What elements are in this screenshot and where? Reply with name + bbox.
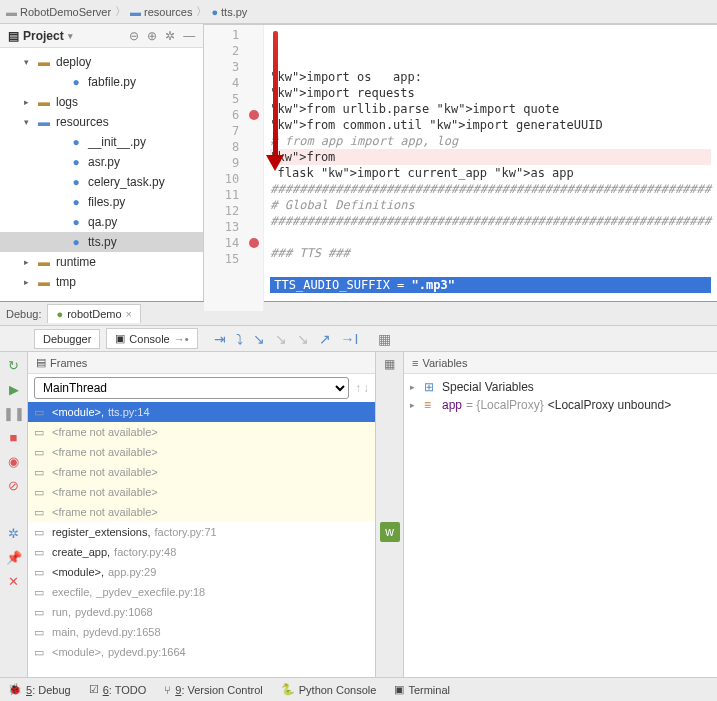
collapse-all-icon[interactable]: ⊖ [129,29,139,43]
code-line[interactable]: "kw">from common.util "kw">import genera… [270,117,711,133]
stop-icon[interactable]: ■ [5,428,23,446]
code-line[interactable]: ########################################… [270,181,711,197]
line-number[interactable]: 10 [204,171,263,187]
stack-frame[interactable]: ▭main, pydevd.py:1658 [28,622,375,642]
stack-frame[interactable]: ▭<frame not available> [28,442,375,462]
code-area[interactable]: 123456789101112131415 "kw">import os app… [204,25,717,311]
code-line[interactable]: TTS_AUDIO_SUFFIX = ".mp3" [270,277,711,293]
code-line[interactable] [270,229,711,245]
next-frame-icon[interactable]: ↓ [363,381,369,395]
code-line[interactable]: "kw">from urllib.parse "kw">import quote [270,101,711,117]
code-line[interactable]: ########################################… [270,213,711,229]
line-number[interactable]: 7 [204,123,263,139]
close2-icon[interactable]: ✕ [5,572,23,590]
show-execution-icon[interactable]: ⇥ [214,331,226,347]
restore-layout-icon[interactable]: ▦ [380,354,400,374]
code-line[interactable]: "kw">import os app: [270,69,711,85]
tree-item[interactable]: ▸▬tmp [0,272,203,292]
line-number[interactable]: 13 [204,219,263,235]
stack-frame[interactable]: ▭run, pydevd.py:1068 [28,602,375,622]
line-number[interactable]: 4 [204,75,263,91]
step-into-my-icon[interactable]: ↘ [275,331,287,347]
stack-frame[interactable]: ▭create_app, factory.py:48 [28,542,375,562]
line-number[interactable]: 12 [204,203,263,219]
code-line[interactable]: # Global Definitions [270,197,711,213]
tab-debugger[interactable]: Debugger [34,329,100,349]
mute-bp-icon[interactable]: ⊘ [5,476,23,494]
stack-frame[interactable]: ▭execfile, _pydev_execfile.py:18 [28,582,375,602]
code-line[interactable]: "kw">import requests [270,85,711,101]
tree-item[interactable]: ●__init__.py [0,132,203,152]
bottom-bar-item[interactable]: ☑6: TODO [89,683,147,696]
close-icon[interactable]: × [126,308,132,320]
code-line[interactable] [270,293,711,309]
tree-item[interactable]: ●celery_task.py [0,172,203,192]
tree-item[interactable]: ▸▬logs [0,92,203,112]
bottom-bar-item[interactable]: 🐍Python Console [281,683,377,696]
breakpoint-icon[interactable] [249,110,259,120]
stack-frame[interactable]: ▭<frame not available> [28,502,375,522]
pin-icon[interactable]: 📌 [5,548,23,566]
breadcrumb-item[interactable]: ▬RobotDemoServer [6,6,111,18]
code-line[interactable] [270,261,711,277]
breadcrumb-item[interactable]: ●tts.py [211,6,247,18]
breakpoint-icon[interactable] [249,238,259,248]
evaluate-icon[interactable]: ▦ [378,331,391,347]
step-out-icon[interactable]: ↗ [319,331,331,347]
watches-icon[interactable]: w [380,522,400,542]
bottom-bar-item[interactable]: ⑂9: Version Control [164,684,262,696]
stack-frame[interactable]: ▭<frame not available> [28,462,375,482]
line-number[interactable]: 15 [204,251,263,267]
stack-frame[interactable]: ▭<frame not available> [28,422,375,442]
code-line[interactable]: # from app import app, log [270,133,711,149]
stack-frame[interactable]: ▭<frame not available> [28,482,375,502]
breakpoints-icon[interactable]: ◉ [5,452,23,470]
variable-row[interactable]: ▸≡app = {LocalProxy} <LocalProxy unbound… [410,396,711,414]
line-number[interactable]: 11 [204,187,263,203]
code-line[interactable]: ### TTS ### [270,245,711,261]
tree-item[interactable]: ●files.py [0,192,203,212]
step-over-icon[interactable]: ⤵ [236,331,243,347]
line-number[interactable]: 6 [204,107,263,123]
variable-row[interactable]: ▸⊞Special Variables [410,378,711,396]
tree-item[interactable]: ●fabfile.py [0,72,203,92]
line-number[interactable]: 5 [204,91,263,107]
hide-icon[interactable]: — [183,29,195,43]
tree-item[interactable]: ▾▬deploy [0,52,203,72]
tab-console[interactable]: ▣Console→• [106,328,197,349]
bottom-bar-item[interactable]: ▣Terminal [394,683,450,696]
line-number[interactable]: 9 [204,155,263,171]
tree-item[interactable]: ●qa.py [0,212,203,232]
stack-frame[interactable]: ▭<module>, pydevd.py:1664 [28,642,375,662]
tree-item[interactable]: ●asr.py [0,152,203,172]
prev-frame-icon[interactable]: ↑ [355,381,361,395]
settings-icon[interactable]: ✲ [165,29,175,43]
step-into-icon[interactable]: ↘ [253,331,265,347]
thread-selector[interactable]: MainThread [34,377,349,399]
force-step-icon[interactable]: ↘ [297,331,309,347]
line-number[interactable]: 2 [204,43,263,59]
scroll-from-source-icon[interactable]: ⊕ [147,29,157,43]
pause-icon[interactable]: ❚❚ [5,404,23,422]
stack-frame[interactable]: ▭<module>, tts.py:14 [28,402,375,422]
stack-frame[interactable]: ▭register_extensions, factory.py:71 [28,522,375,542]
line-number[interactable]: 3 [204,59,263,75]
bottom-bar-item[interactable]: 🐞5: Debug [8,683,71,696]
line-number[interactable]: 8 [204,139,263,155]
line-number[interactable]: 14 [204,235,263,251]
settings2-icon[interactable]: ✲ [5,524,23,542]
stack-frame[interactable]: ▭<module>, app.py:29 [28,562,375,582]
line-number[interactable]: 1 [204,27,263,43]
twisty-icon: ▸ [24,97,34,107]
tree-item[interactable]: ▾▬resources [0,112,203,132]
run-to-cursor-icon[interactable]: →I [341,331,359,347]
tree-item[interactable]: ▸▬runtime [0,252,203,272]
gutter[interactable]: 123456789101112131415 [204,25,264,311]
code-body[interactable]: "kw">import os app: "kw">import requests… [264,25,717,311]
resume-icon[interactable]: ▶ [5,380,23,398]
tree-item[interactable]: ●tts.py [0,232,203,252]
code-line[interactable]: "kw">from flask "kw">import current_app … [270,149,711,165]
rerun-icon[interactable]: ↻ [5,356,23,374]
breadcrumb-item[interactable]: ▬resources [130,6,192,18]
debug-config-tab[interactable]: ●robotDemo× [47,304,141,323]
